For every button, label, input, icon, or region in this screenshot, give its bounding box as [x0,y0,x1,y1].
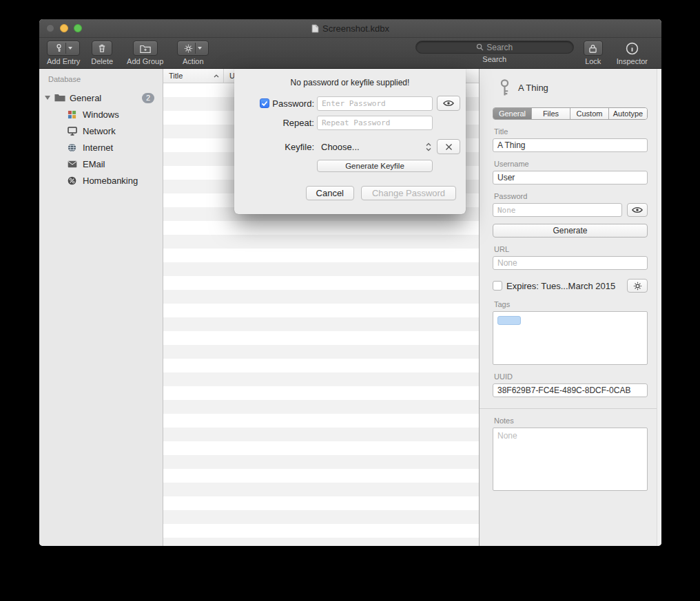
network-icon [67,127,77,136]
sort-ascending-icon [214,74,219,78]
sidebar-item-email[interactable]: EMail [39,156,163,172]
uuid-field[interactable] [493,383,648,397]
change-password-sheet: No password or keyfile supplied! Passwor… [234,69,466,214]
action-button[interactable] [177,41,209,56]
action-label: Action [183,57,204,65]
key-icon [54,43,63,53]
sidebar-item-windows[interactable]: Windows [39,106,163,123]
entry-count-badge: 2 [142,93,154,103]
notes-label: Notes [494,417,648,425]
uuid-label: UUID [494,372,648,381]
eye-icon [632,207,643,213]
lock-button[interactable] [584,41,603,56]
divider [480,408,661,409]
password-field[interactable] [493,203,622,217]
chevron-down-icon [68,47,72,50]
username-label: Username [494,160,648,168]
password-label: Password [494,192,648,200]
app-window: Screenshot.kdbx Add Entry Delete [39,19,661,546]
add-group-label: Add Group [127,57,163,65]
dialog-reveal-password-button[interactable] [437,96,460,111]
tab-general[interactable]: General [493,108,531,119]
sidebar-item-network[interactable]: Network [39,123,163,139]
chevron-down-icon [198,47,202,50]
inspector-label: Inspector [617,57,648,65]
sidebar-header: Database [39,75,163,83]
window-title: Screenshot.kdbx [322,23,389,34]
tags-field[interactable] [493,311,648,365]
entry-title: A Thing [518,83,548,93]
windows-icon [67,110,77,119]
sidebar-group-label: General [70,93,101,103]
minimize-button[interactable] [60,24,68,32]
zoom-button[interactable] [74,24,82,32]
trash-icon [98,43,106,53]
disclosure-triangle-icon[interactable] [45,96,50,100]
column-header-title[interactable]: Title [163,69,224,83]
generate-password-button[interactable]: Generate [493,224,648,238]
check-icon [261,101,268,107]
sidebar-item-label: Network [83,126,116,136]
search-input[interactable]: Search [415,41,574,54]
lock-label: Lock [585,57,601,65]
sidebar-item-label: Homebanking [83,176,138,186]
add-entry-button[interactable] [47,41,80,56]
sidebar-item-label: Windows [83,109,119,120]
dialog-message: No password or keyfile supplied! [234,78,466,87]
inspector-scrollbar[interactable] [657,69,661,546]
toolbar: Add Entry Delete Add Group [39,38,661,69]
dialog-keyfile-label: Keyfile: [285,142,314,152]
keyfile-popup[interactable]: Choose... [317,142,433,152]
email-icon [67,160,77,168]
tab-files[interactable]: Files [531,108,570,119]
inspector-panel: A Thing General Files Custom Autotype Ti… [479,69,661,546]
document-proxy-icon [311,24,319,33]
homebanking-icon [67,176,77,185]
folder-plus-icon [140,44,151,53]
key-icon [498,78,511,97]
close-x-icon [445,143,453,151]
clear-keyfile-button[interactable] [437,139,460,154]
cancel-button[interactable]: Cancel [306,186,354,200]
search-label: Search [482,55,506,63]
title-label: Title [494,127,648,136]
dialog-password-input[interactable] [317,96,433,111]
add-entry-label: Add Entry [47,57,80,65]
title-field[interactable] [493,138,648,152]
gear-icon [633,282,642,291]
change-password-button[interactable]: Change Password [361,186,456,200]
delete-label: Delete [91,57,113,65]
tab-custom[interactable]: Custom [570,108,608,119]
expires-label: Expires: Tues...March 2015 [506,281,623,291]
sidebar-item-homebanking[interactable]: Homebanking [39,172,163,189]
url-field[interactable] [493,256,648,270]
sidebar-item-internet[interactable]: Internet [39,139,163,156]
tab-autotype[interactable]: Autotype [608,108,647,119]
lock-icon [589,44,597,53]
sidebar-item-label: Internet [83,143,113,153]
folder-icon [54,94,65,102]
expires-checkbox[interactable] [493,281,502,291]
traffic-lights [46,24,82,32]
delete-button[interactable] [92,41,112,56]
password-checkbox[interactable] [260,98,269,108]
close-button[interactable] [46,24,54,32]
tag-chip[interactable] [497,316,521,325]
column-title-label: Title [169,72,183,80]
add-group-button[interactable] [133,41,158,56]
stepper-icon [426,143,431,151]
sidebar-group-general[interactable]: General 2 [39,89,163,106]
reveal-password-button[interactable] [627,203,648,217]
inspector-button[interactable] [624,41,639,56]
info-icon [626,42,639,55]
search-placeholder: Search [486,43,513,52]
keyfile-popup-value: Choose... [321,142,360,152]
expires-settings-button[interactable] [627,279,648,293]
dialog-repeat-input[interactable] [317,116,433,130]
search-icon [476,43,484,51]
generate-keyfile-button[interactable]: Generate Keyfile [317,160,433,172]
username-field[interactable] [493,171,648,184]
dialog-repeat-label: Repeat: [282,118,314,128]
notes-field[interactable]: None [493,428,648,491]
dialog-password-label: Password: [272,98,314,109]
